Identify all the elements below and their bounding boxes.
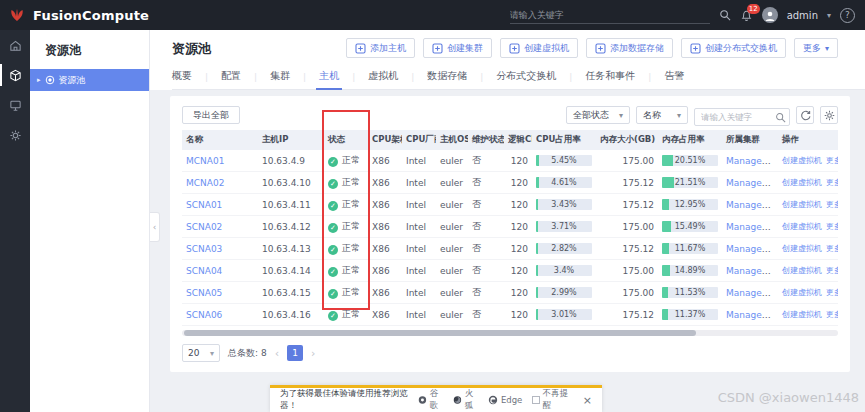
nav-home[interactable] (0, 30, 30, 60)
status-filter-select[interactable]: 全部状态▾ (566, 106, 630, 124)
column-header: 主机IP (258, 130, 324, 150)
page-toolbar: 添加主机 ▾ 创建集群 ▾ 创建虚拟机 ▾ 添加数据存储 ▾ 创建分布式交换机 … (346, 38, 838, 58)
memory-usage-value: 11.37% (662, 309, 718, 320)
notifications-bell-icon[interactable]: 12 (740, 9, 753, 22)
create-cluster-button[interactable]: 创建集群 ▾ (423, 38, 492, 58)
column-settings-button[interactable] (820, 106, 838, 124)
more-actions-link[interactable]: 更多 (826, 222, 838, 231)
logical-cpu-cell: 120 (504, 238, 532, 260)
create-vm-link[interactable]: 创建虚拟机 (782, 310, 822, 319)
maintenance-status-cell: 否 (468, 304, 504, 326)
more-actions-link[interactable]: 更多 (826, 310, 838, 319)
sidebar-collapse-handle[interactable]: ‹ (150, 212, 160, 242)
host-name-link[interactable]: SCNA01 (186, 200, 222, 210)
tab-4[interactable]: 主机 (306, 64, 352, 90)
banner-close-icon[interactable]: × (583, 394, 592, 407)
cpu-usage-value: 2.99% (536, 287, 592, 298)
table-row: MCNA01 10.63.4.9 ✓正常 X86 Intel euler 否 1… (182, 150, 838, 172)
user-caret-down-icon[interactable]: ▾ (827, 11, 831, 20)
cluster-link[interactable]: ManagementClus (726, 156, 778, 166)
cluster-link[interactable]: ManagementClus (726, 288, 778, 298)
more-actions-link[interactable]: 更多 (826, 266, 838, 275)
memory-size-cell: 175.00 (596, 260, 658, 282)
cpu-usage-value: 4.61% (536, 177, 592, 188)
prev-page-button[interactable]: ‹ (275, 347, 279, 360)
more-button[interactable]: 更多 ▾ (794, 38, 838, 58)
cluster-link[interactable]: ManagementClus (726, 200, 778, 210)
maintenance-status-cell: 否 (468, 172, 504, 194)
tab-1[interactable]: 概要 (172, 64, 205, 90)
more-actions-link[interactable]: 更多 (826, 244, 838, 253)
create-vm-link[interactable]: 创建虚拟机 (782, 200, 822, 209)
tab-6[interactable]: 数据存储 (414, 64, 480, 90)
avatar[interactable] (762, 7, 778, 23)
field-filter-select[interactable]: 名称▾ (636, 106, 688, 124)
create-vm-link[interactable]: 创建虚拟机 (782, 266, 822, 275)
username[interactable]: admin (787, 10, 818, 21)
tab-7[interactable]: 分布式交换机 (483, 64, 569, 90)
page-size-select[interactable]: 20▾ (182, 344, 220, 362)
dont-remind-checkbox[interactable]: 不再提醒 (532, 388, 572, 412)
create-vm-link[interactable]: 创建虚拟机 (782, 156, 822, 165)
browser-chrome-label: 谷歌 (430, 388, 445, 412)
host-name-link[interactable]: SCNA02 (186, 222, 222, 232)
browser-firefox-link[interactable]: 火狐 (453, 388, 480, 412)
browser-chrome-link[interactable]: 谷歌 (418, 388, 445, 412)
more-actions-link[interactable]: 更多 (826, 178, 838, 187)
nav-monitor[interactable] (0, 90, 30, 120)
host-name-link[interactable]: MCNA02 (186, 178, 224, 188)
search-icon[interactable] (719, 9, 731, 21)
column-header: 操作 (778, 130, 838, 150)
create-vm-link[interactable]: 创建虚拟机 (782, 288, 822, 297)
cluster-link[interactable]: ManagementClus (726, 266, 778, 276)
global-search-input[interactable] (510, 6, 710, 24)
checkbox-icon[interactable] (532, 396, 539, 404)
create-vm-link[interactable]: 创建虚拟机 (782, 178, 822, 187)
cluster-link[interactable]: ManagementClus (726, 222, 778, 232)
sidebar-tree-item-resource-pool[interactable]: ▸ 资源池 (30, 69, 149, 91)
tab-3[interactable]: 集群 (257, 64, 303, 90)
create-vm-button[interactable]: 创建虚拟机 ▾ (500, 38, 578, 58)
more-actions-link[interactable]: 更多 (826, 200, 838, 209)
cluster-link[interactable]: ManagementClus (726, 244, 778, 254)
search-icon[interactable] (775, 108, 786, 127)
create-vm-link[interactable]: 创建虚拟机 (782, 244, 822, 253)
host-ip-cell: 10.63.4.9 (258, 150, 324, 172)
refresh-button[interactable] (796, 106, 814, 124)
create-dvs-button[interactable]: 创建分布式交换机 ▾ (681, 38, 786, 58)
page-number-current[interactable]: 1 (287, 345, 303, 361)
host-name-link[interactable]: SCNA04 (186, 266, 222, 276)
help-icon[interactable]: ? (840, 8, 855, 23)
host-ip-cell: 10.63.4.12 (258, 216, 324, 238)
system-settings-icon (9, 129, 22, 142)
host-name-link[interactable]: SCNA06 (186, 310, 222, 320)
browser-edge-link[interactable]: Edge (488, 395, 522, 405)
cluster-link[interactable]: ManagementClus (726, 178, 778, 188)
tab-2[interactable]: 配置 (208, 64, 254, 90)
tree-expand-icon[interactable]: ▸ (37, 76, 41, 84)
host-name-link[interactable]: SCNA05 (186, 288, 222, 298)
tab-9[interactable]: 告警 (651, 64, 697, 90)
cpu-usage-value: 3.71% (536, 221, 592, 232)
nav-resource-pool[interactable] (0, 60, 30, 90)
huawei-logo-icon (8, 6, 26, 24)
tab-5[interactable]: 虚拟机 (355, 64, 411, 90)
toolbar-button-label: 添加数据存储 (610, 42, 664, 55)
add-host-button[interactable]: 添加主机 ▾ (346, 38, 415, 58)
horizontal-scrollbar[interactable] (184, 330, 696, 336)
caret-down-icon: ▾ (825, 44, 829, 53)
more-actions-link[interactable]: 更多 (826, 156, 838, 165)
cluster-link[interactable]: ManagementClus (726, 310, 778, 320)
host-name-link[interactable]: MCNA01 (186, 156, 224, 166)
create-vm-link[interactable]: 创建虚拟机 (782, 222, 822, 231)
logical-cpu-cell: 120 (504, 194, 532, 216)
export-all-button[interactable]: 导出全部 (182, 106, 240, 124)
nav-system[interactable] (0, 120, 30, 150)
add-datastore-button[interactable]: 添加数据存储 ▾ (586, 38, 673, 58)
tab-8[interactable]: 任务和事件 (572, 64, 648, 90)
table-header-row: 名称主机IP状态CPU架构CPU厂商主机OS维护状态逻辑CPUCPU占用率内存大… (182, 130, 838, 150)
total-count: 8 (261, 348, 267, 358)
more-actions-link[interactable]: 更多 (826, 288, 838, 297)
host-name-link[interactable]: SCNA03 (186, 244, 222, 254)
next-page-button[interactable]: › (311, 347, 315, 360)
